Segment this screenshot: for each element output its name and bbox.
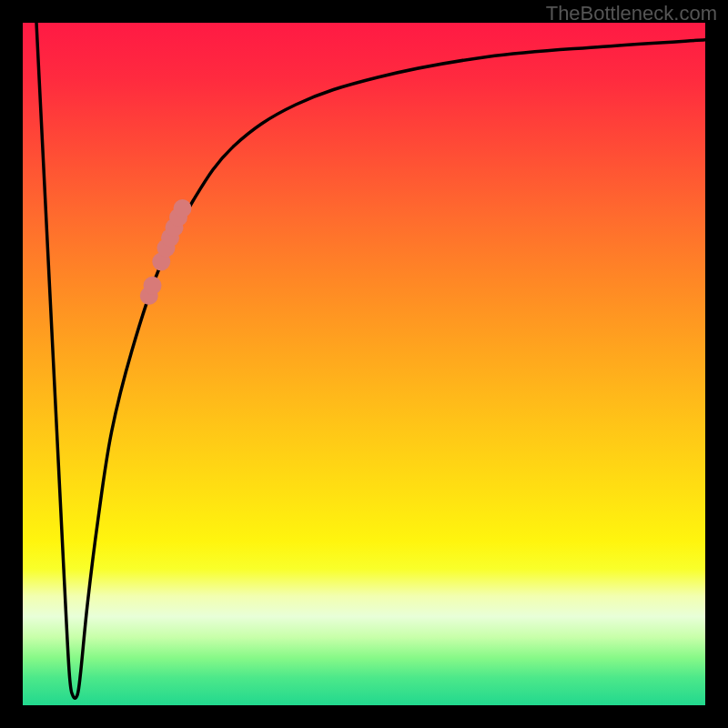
highlight-point bbox=[174, 199, 192, 217]
chart-curve-layer bbox=[23, 23, 705, 705]
bottleneck-curve bbox=[36, 23, 705, 698]
chart-plot-area bbox=[23, 23, 705, 705]
highlight-point bbox=[144, 277, 162, 295]
highlight-points-group bbox=[140, 199, 192, 305]
watermark-text: TheBottleneck.com bbox=[546, 2, 717, 25]
